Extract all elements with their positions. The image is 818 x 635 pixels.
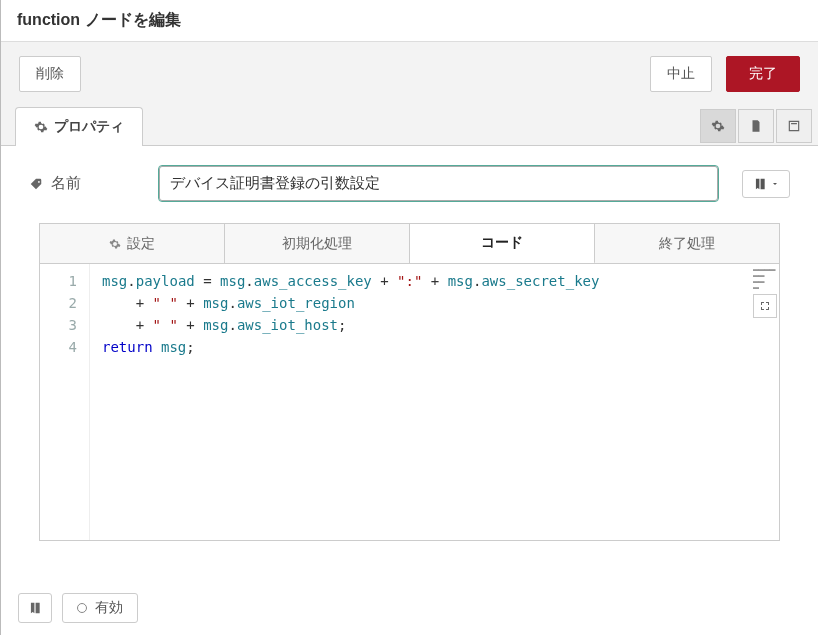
- delete-button[interactable]: 削除: [19, 56, 81, 92]
- view-description-button[interactable]: [738, 109, 774, 143]
- code-content[interactable]: msg.payload = msg.aws_access_key + ":" +…: [90, 264, 779, 540]
- dialog-title: function ノードを編集: [1, 0, 818, 42]
- code-editor[interactable]: 1234 msg.payload = msg.aws_access_key + …: [39, 263, 780, 541]
- tab-properties-label: プロパティ: [54, 118, 124, 136]
- book-icon: [28, 601, 42, 615]
- tab-init[interactable]: 初期化処理: [225, 224, 410, 263]
- line-gutter: 1234: [40, 264, 90, 540]
- gear-icon: [109, 238, 121, 250]
- done-button[interactable]: 完了: [726, 56, 800, 92]
- name-label: 名前: [29, 174, 149, 193]
- enabled-toggle[interactable]: 有効: [62, 593, 138, 623]
- name-row: 名前: [29, 166, 790, 201]
- view-appearance-button[interactable]: [776, 109, 812, 143]
- tag-icon: [29, 177, 43, 191]
- minimap: ▬▬▬▬▬▬▬▬▬: [753, 266, 777, 290]
- tab-close[interactable]: 終了処理: [595, 224, 779, 263]
- main-tabs: プロパティ: [1, 106, 818, 146]
- caret-down-icon: [771, 180, 779, 188]
- dialog-footer: 有効: [0, 587, 818, 629]
- library-footer-button[interactable]: [18, 593, 52, 623]
- tab-setup[interactable]: 設定: [40, 224, 225, 263]
- view-settings-button[interactable]: [700, 109, 736, 143]
- document-icon: [749, 119, 763, 133]
- layout-icon: [787, 119, 801, 133]
- expand-editor-button[interactable]: [753, 294, 777, 318]
- status-indicator-icon: [77, 603, 87, 613]
- tab-code[interactable]: コード: [410, 224, 595, 264]
- book-icon: [753, 177, 767, 191]
- gear-icon: [34, 120, 48, 134]
- expand-icon: [759, 300, 771, 312]
- library-button[interactable]: [742, 170, 790, 198]
- gear-icon: [711, 119, 725, 133]
- function-tabs: 設定 初期化処理 コード 終了処理: [39, 223, 780, 263]
- dialog-toolbar: 削除 中止 完了: [1, 42, 818, 106]
- cancel-button[interactable]: 中止: [650, 56, 712, 92]
- name-input[interactable]: [159, 166, 718, 201]
- tab-properties[interactable]: プロパティ: [15, 107, 143, 146]
